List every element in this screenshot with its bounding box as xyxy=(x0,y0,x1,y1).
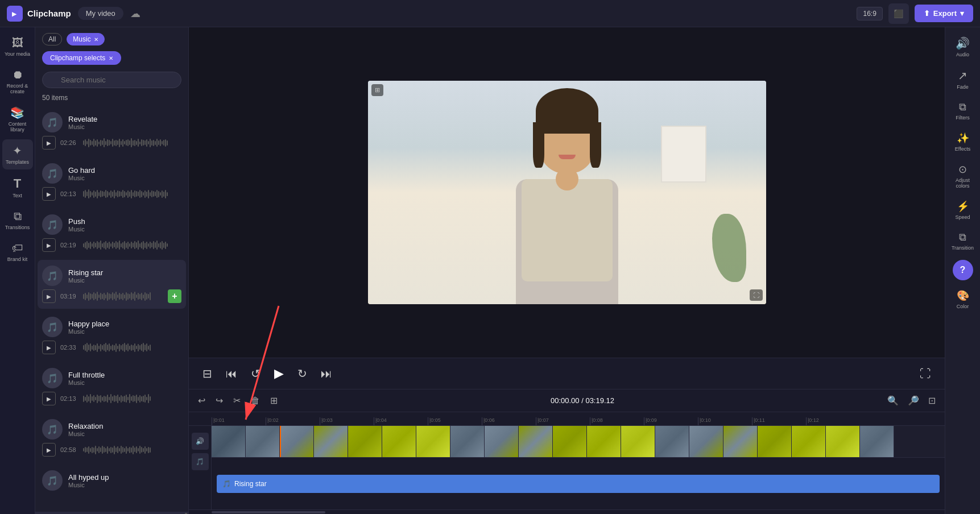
music-thumb-rising-star: 🎵 xyxy=(42,266,63,286)
right-panel-item-transition[interactable]: ⧉ Transition xyxy=(948,227,978,255)
search-wrapper: 🔍 xyxy=(42,72,181,88)
audio-icon: 🔊 xyxy=(956,36,970,50)
aspect-ratio-badge[interactable]: 16:9 xyxy=(857,7,882,20)
music-item-full-throttle-header: 🎵 Full throttle Music xyxy=(42,368,181,388)
undo-button[interactable]: ↩ xyxy=(196,393,208,408)
clip-thumb-10 xyxy=(519,426,553,457)
export-button[interactable]: ⬆ Export ▾ xyxy=(915,5,973,22)
filter-row: All Music ✕ xyxy=(35,27,188,51)
play-button-full-throttle[interactable]: ▶ xyxy=(42,392,56,405)
right-panel-item-speed[interactable]: ⚡ Speed xyxy=(948,196,978,225)
clip-thumb-17 xyxy=(758,426,792,457)
sidebar-item-your-media[interactable]: 🖼 Your media xyxy=(2,32,33,61)
music-item-go-hard[interactable]: 🎵 Go hard Music ▶ 02:13 xyxy=(38,157,186,206)
music-item-rising-star-header: 🎵 Rising star Music xyxy=(42,266,181,286)
play-button-push[interactable]: ▶ xyxy=(42,238,56,252)
skip-backward-button[interactable]: ⏮ xyxy=(224,365,239,383)
sidebar-item-transitions[interactable]: ⧉ Transitions xyxy=(2,205,33,235)
video-track[interactable] xyxy=(212,426,945,458)
redo-button[interactable]: ↪ xyxy=(213,393,225,408)
cut-button[interactable]: ✂ xyxy=(231,393,243,408)
delete-button[interactable]: 🗑 xyxy=(249,393,262,408)
music-item-happy-place-header: 🎵 Happy place Music xyxy=(42,317,181,337)
sidebar-item-record-create[interactable]: ⏺ Record & create xyxy=(2,64,33,99)
video-title[interactable]: My video xyxy=(78,7,123,20)
skip-forward-button[interactable]: ⏭ xyxy=(319,365,334,383)
rising-star-audio-clip[interactable]: 🎵 Rising star xyxy=(217,475,940,493)
play-button-happy-place[interactable]: ▶ xyxy=(42,341,56,354)
right-panel-item-audio[interactable]: 🔊 Audio xyxy=(948,32,978,62)
sidebar-item-templates[interactable]: ✦ Templates xyxy=(2,139,33,169)
timeline-area: ↩ ↪ ✂ 🗑 ⊞ 00:00.00 / 03:19.12 🔍 🔎 ⊡ |0:0… xyxy=(189,389,945,514)
fit-timeline-button[interactable]: ⊡ xyxy=(926,393,938,408)
right-panel-item-filters[interactable]: ⧉ Filters xyxy=(948,97,978,125)
music-controls-go-hard: ▶ 02:13 xyxy=(42,187,181,201)
clipchamp-selects-label: Clipchamp selects xyxy=(50,54,105,62)
music-name-full-throttle: Full throttle xyxy=(68,371,181,379)
clip-thumb-13 xyxy=(621,426,655,457)
fit-view-button[interactable]: ⊟ xyxy=(200,364,214,383)
timeline-time-display: 00:00.00 / 03:19.12 xyxy=(286,396,879,405)
music-type-all-hyped-up: Music xyxy=(68,482,181,488)
topbar-right: 16:9 ⬛ ⬆ Export ▾ xyxy=(857,3,973,24)
clipchamp-selects-close-icon[interactable]: ✕ xyxy=(109,55,113,61)
timeline-scrollbar[interactable] xyxy=(189,509,945,514)
ruler-mark: |0:11 xyxy=(752,417,806,425)
zoom-in-button[interactable]: 🔎 xyxy=(905,393,921,408)
text-icon: T xyxy=(14,176,21,191)
clip-thumb-9 xyxy=(485,426,519,457)
ruler-mark: |0:08 xyxy=(590,417,644,425)
sidebar-item-text[interactable]: T Text xyxy=(2,172,33,203)
right-panel-item-effects[interactable]: ✨ Effects xyxy=(948,127,978,156)
right-panel-item-color[interactable]: 🎨 Color xyxy=(948,285,978,314)
timeline-scroll-thumb[interactable] xyxy=(212,511,325,513)
audio-track-label: 🎵 xyxy=(192,453,209,470)
fullscreen-button[interactable]: ⛶ xyxy=(750,289,763,301)
help-button[interactable]: ? xyxy=(953,260,973,280)
clipchamp-selects-button[interactable]: Clipchamp selects ✕ xyxy=(42,51,121,65)
captions-button[interactable]: ⬛ xyxy=(888,3,909,24)
audio-track[interactable]: 🎵 Rising star xyxy=(212,458,945,509)
music-item-push[interactable]: 🎵 Push Music ▶ 02:19 xyxy=(38,209,186,258)
play-button-relaxation[interactable]: ▶ xyxy=(42,443,56,457)
music-item-relaxation[interactable]: 🎵 Relaxation Music ▶ 02:58 xyxy=(38,413,186,462)
left-icon-bar: 🖼 Your media ⏺ Record & create 📚 Content… xyxy=(0,27,35,514)
expand-button[interactable]: ⛶ xyxy=(917,365,933,383)
play-button-revelate[interactable]: ▶ xyxy=(42,136,56,150)
duration-full-throttle: 02:13 xyxy=(60,395,78,402)
filter-all[interactable]: All xyxy=(42,33,62,45)
snap-button[interactable]: ⊞ xyxy=(268,393,280,408)
right-panel-item-adjust-colors[interactable]: ⊙ Adjust colors xyxy=(948,159,978,193)
timeline-toolbar: ↩ ↪ ✂ 🗑 ⊞ 00:00.00 / 03:19.12 🔍 🔎 ⊡ xyxy=(189,389,945,412)
music-item-push-header: 🎵 Push Music xyxy=(42,214,181,235)
forward-5s-button[interactable]: ↻ xyxy=(295,364,309,383)
music-type-rising-star: Music xyxy=(68,277,181,284)
play-button-rising-star[interactable]: ▶ xyxy=(42,289,56,303)
filter-music[interactable]: Music ✕ xyxy=(67,33,104,45)
replay-5s-button[interactable]: ↺ xyxy=(249,364,263,383)
filter-music-close-icon[interactable]: ✕ xyxy=(94,36,98,43)
timeline-tracks: 🔊 🎵 xyxy=(189,426,945,509)
music-item-revelate[interactable]: 🎵 Revelate Music ▶ 02:26 xyxy=(38,106,186,155)
duration-happy-place: 02:33 xyxy=(60,344,78,351)
sidebar-item-brand-kit[interactable]: 🏷 Brand kit xyxy=(2,237,33,267)
music-name-push: Push xyxy=(68,217,181,226)
add-rising-star-button[interactable]: + xyxy=(168,289,181,303)
clip-thumb-15 xyxy=(689,426,723,457)
music-info-revelate: Revelate Music xyxy=(68,115,181,130)
music-type-happy-place: Music xyxy=(68,328,181,335)
music-item-rising-star[interactable]: 🎵 Rising star Music ▶ 03:19 + xyxy=(38,260,186,309)
music-name-go-hard: Go hard xyxy=(68,166,181,175)
clip-thumb-11 xyxy=(553,426,587,457)
zoom-out-button[interactable]: 🔍 xyxy=(885,393,901,408)
text-label: Text xyxy=(13,193,22,198)
right-panel-item-fade[interactable]: ↗ Fade xyxy=(948,64,978,94)
play-pause-button[interactable]: ▶ xyxy=(272,364,286,383)
play-button-go-hard[interactable]: ▶ xyxy=(42,187,56,201)
search-input[interactable] xyxy=(42,72,181,88)
music-item-full-throttle[interactable]: 🎵 Full throttle Music ▶ 02:13 xyxy=(38,362,186,411)
music-item-all-hyped-up[interactable]: 🎵 All hyped up Music xyxy=(38,465,186,500)
music-item-happy-place[interactable]: 🎵 Happy place Music ▶ 02:33 xyxy=(38,311,186,360)
sidebar-item-content-library[interactable]: 📚 Content library xyxy=(2,101,33,137)
fit-screen-button[interactable]: ⊞ xyxy=(371,84,383,96)
